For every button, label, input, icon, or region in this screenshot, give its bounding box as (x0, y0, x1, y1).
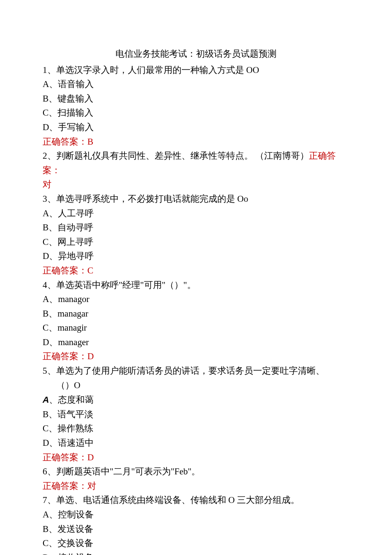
q5-stem: 5、单选为了使用户能听清话务员的讲话，要求话务员一定要吐字清晰、 (43, 364, 349, 378)
q6-stem: 6、判断题英语中"二月"可表示为"Feb"。 (43, 465, 349, 479)
q6-answer: 正确答案：对 (43, 479, 349, 494)
page-title: 电信业务技能考试：初级话务员试题预测 (43, 47, 349, 61)
q4-c-val: managir (58, 323, 87, 333)
q5-answer: 正确答案：D (43, 450, 349, 465)
q4-c-pre: C、 (43, 323, 58, 333)
q5-opt-b: B、语气平淡 (43, 407, 349, 422)
q3-opt-a: A、人工寻呼 (43, 206, 349, 221)
q4-opt-a: A、managor (43, 292, 349, 307)
q3-stem: 3、单选寻呼系统中，不必拨打电话就能完成的是 Oo (43, 192, 349, 206)
q2-line: 2、判断题礼仪具有共同性、差异性、继承性等特点。 （江南博哥）正确答案： (43, 149, 349, 177)
q5-opt-c: C、操作熟练 (43, 421, 349, 436)
q4-opt-b: B、managar (43, 307, 349, 321)
q1-answer: 正确答案：B (43, 135, 349, 149)
q7-opt-b: B、发送设备 (43, 522, 349, 537)
q4-b-val: managar (58, 308, 88, 319)
q2-answer-cont: 对 (43, 177, 349, 192)
q4-answer: 正确答案：D (43, 349, 349, 364)
q2-stem: 2、判断题礼仪具有共同性、差异性、继承性等特点。 （江南博哥） (43, 151, 309, 161)
q3-opt-c: C、网上寻呼 (43, 235, 349, 250)
q1-opt-a: A、语音输入 (43, 77, 349, 92)
q7-opt-a: A、控制设备 (43, 508, 349, 522)
q5-opt-a: A、态度和蔼 (43, 392, 349, 407)
q4-a-pre: A、 (43, 294, 58, 304)
q3-opt-b: B、自动寻呼 (43, 221, 349, 235)
q5-opt-d: D、语速适中 (43, 436, 349, 450)
q4-d-val: manager (58, 337, 89, 347)
q5-a-pre: A (43, 395, 49, 404)
q5-a-val: 、态度和蔼 (49, 395, 94, 405)
q4-a-val: managor (58, 294, 89, 304)
q4-stem: 4、单选英语中称呼"经理"可用"（）"。 (43, 278, 349, 293)
q7-opt-d: D、接收设备 (43, 551, 349, 555)
q4-b-pre: B、 (43, 308, 58, 319)
q1-stem: 1、单选汉字录入时，人们最常用的一种输入方式是 OO (43, 63, 349, 78)
q3-answer: 正确答案：C (43, 264, 349, 278)
q4-d-pre: D、 (43, 337, 58, 347)
q1-opt-d: D、手写输入 (43, 120, 349, 135)
document-page: 电信业务技能考试：初级话务员试题预测 1、单选汉字录入时，人们最常用的一种输入方… (0, 0, 392, 555)
q3-opt-d: D、异地寻呼 (43, 249, 349, 264)
q5-stem2: （）O (43, 378, 349, 393)
q4-opt-c: C、managir (43, 321, 349, 335)
q1-opt-c: C、扫描输入 (43, 106, 349, 120)
q4-opt-d: D、manager (43, 335, 349, 350)
q7-opt-c: C、交换设备 (43, 536, 349, 551)
q7-stem: 7、单选、电话通信系统由终端设备、传输线和 O 三大部分组成。 (43, 493, 349, 508)
q1-opt-b: B、键盘输入 (43, 92, 349, 106)
